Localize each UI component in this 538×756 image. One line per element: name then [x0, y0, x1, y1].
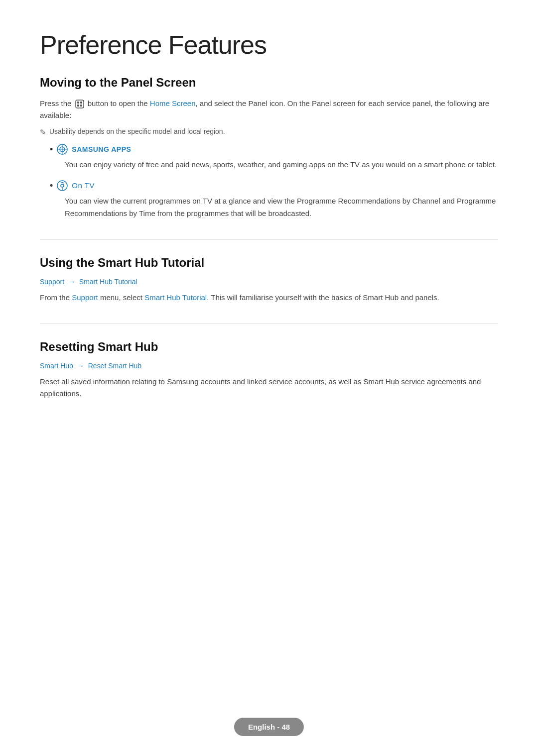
home-button-icon [75, 99, 85, 109]
bullet-dot: • [50, 145, 53, 154]
breadcrumb-arrow-1: → [68, 278, 77, 286]
section-title-reset: Resetting Smart Hub [40, 340, 498, 354]
breadcrumb-reset: Smart Hub → Reset Smart Hub [40, 362, 498, 370]
bullet-header-samsung-apps: • SAMSUNG APPS [50, 144, 498, 155]
samsung-apps-desc: You can enjoy variety of free and paid n… [50, 159, 498, 171]
support-link[interactable]: Support [72, 293, 98, 302]
bullet-header-ontv: • On TV [50, 180, 498, 191]
home-screen-link[interactable]: Home Screen [150, 99, 196, 108]
ontv-desc: You can view the current programmes on T… [50, 195, 498, 220]
section-title-tutorial: Using the Smart Hub Tutorial [40, 256, 498, 270]
ontv-icon [57, 180, 68, 191]
breadcrumb-smart-hub-tutorial-link[interactable]: Smart Hub Tutorial [79, 278, 137, 286]
svg-rect-4 [80, 105, 82, 107]
breadcrumb-support-link[interactable]: Support [40, 278, 64, 286]
note-line: ✎ Usability depends on the specific mode… [40, 127, 498, 137]
bullet-list: • SAMSUNG APPS You can enjoy variety of … [40, 144, 498, 219]
section-title-moving-panel: Moving to the Panel Screen [40, 76, 498, 90]
samsung-apps-label: SAMSUNG APPS [72, 145, 131, 153]
ontv-label: On TV [72, 181, 95, 190]
divider-2 [40, 324, 498, 324]
breadcrumb-reset-smart-hub-link[interactable]: Reset Smart Hub [88, 362, 141, 370]
svg-rect-1 [77, 102, 79, 104]
breadcrumb-smart-hub-link[interactable]: Smart Hub [40, 362, 73, 370]
note-icon: ✎ [40, 128, 46, 137]
intro-paragraph: Press the button to open the Home Screen… [40, 98, 498, 121]
footer-badge: English - 48 [234, 718, 304, 736]
svg-point-10 [61, 184, 64, 187]
section-moving-panel: Moving to the Panel Screen Press the but… [40, 76, 498, 219]
breadcrumb-tutorial: Support → Smart Hub Tutorial [40, 278, 498, 286]
svg-rect-0 [76, 100, 84, 108]
bullet-item-samsung-apps: • SAMSUNG APPS You can enjoy variety of … [50, 144, 498, 171]
tutorial-body: From the Support menu, select Smart Hub … [40, 292, 498, 304]
samsung-apps-icon [57, 144, 68, 155]
smart-hub-tutorial-link[interactable]: Smart Hub Tutorial [144, 293, 207, 302]
note-text: Usability depends on the specific model … [49, 127, 225, 135]
svg-rect-2 [80, 102, 82, 104]
page-content: Preference Features Moving to the Panel … [0, 0, 538, 469]
page-title: Preference Features [40, 30, 498, 60]
section-smart-hub-tutorial: Using the Smart Hub Tutorial Support → S… [40, 256, 498, 304]
divider-1 [40, 239, 498, 240]
bullet-item-ontv: • On TV You can view the current program… [50, 180, 498, 220]
reset-body: Reset all saved information relating to … [40, 376, 498, 400]
section-resetting-smart-hub: Resetting Smart Hub Smart Hub → Reset Sm… [40, 340, 498, 400]
breadcrumb-arrow-2: → [77, 362, 86, 370]
bullet-dot-2: • [50, 181, 53, 190]
svg-rect-3 [77, 105, 79, 107]
